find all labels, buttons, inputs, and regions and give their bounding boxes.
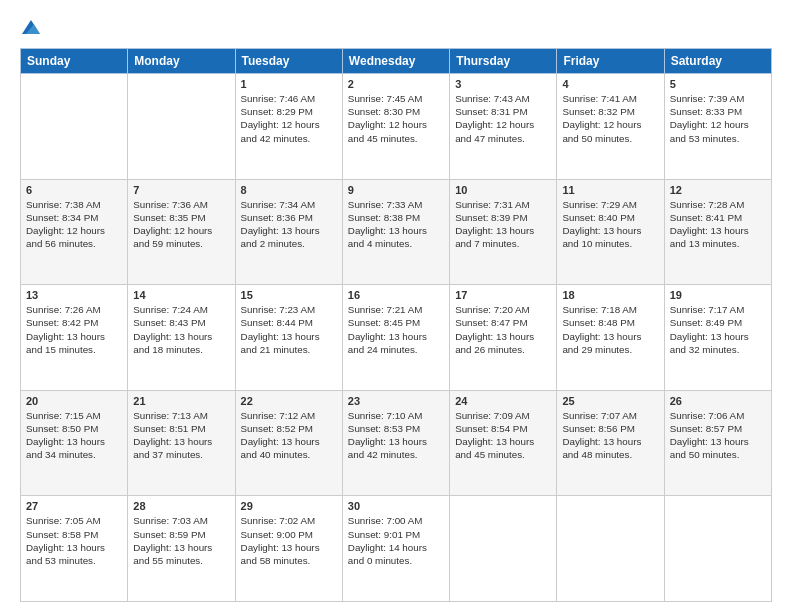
day-info: Sunrise: 7:03 AM Sunset: 8:59 PM Dayligh…	[133, 514, 229, 567]
header	[20, 16, 772, 38]
day-header-wednesday: Wednesday	[342, 49, 449, 74]
day-info: Sunrise: 7:34 AM Sunset: 8:36 PM Dayligh…	[241, 198, 337, 251]
day-number: 27	[26, 500, 122, 512]
calendar-cell	[21, 74, 128, 180]
day-info: Sunrise: 7:36 AM Sunset: 8:35 PM Dayligh…	[133, 198, 229, 251]
day-info: Sunrise: 7:41 AM Sunset: 8:32 PM Dayligh…	[562, 92, 658, 145]
calendar: SundayMondayTuesdayWednesdayThursdayFrid…	[20, 48, 772, 602]
day-info: Sunrise: 7:09 AM Sunset: 8:54 PM Dayligh…	[455, 409, 551, 462]
day-number: 24	[455, 395, 551, 407]
calendar-cell: 19Sunrise: 7:17 AM Sunset: 8:49 PM Dayli…	[664, 285, 771, 391]
day-info: Sunrise: 7:21 AM Sunset: 8:45 PM Dayligh…	[348, 303, 444, 356]
day-number: 28	[133, 500, 229, 512]
day-number: 15	[241, 289, 337, 301]
day-number: 9	[348, 184, 444, 196]
day-info: Sunrise: 7:20 AM Sunset: 8:47 PM Dayligh…	[455, 303, 551, 356]
calendar-cell: 25Sunrise: 7:07 AM Sunset: 8:56 PM Dayli…	[557, 390, 664, 496]
calendar-cell: 17Sunrise: 7:20 AM Sunset: 8:47 PM Dayli…	[450, 285, 557, 391]
days-of-week-row: SundayMondayTuesdayWednesdayThursdayFrid…	[21, 49, 772, 74]
day-header-tuesday: Tuesday	[235, 49, 342, 74]
day-info: Sunrise: 7:39 AM Sunset: 8:33 PM Dayligh…	[670, 92, 766, 145]
calendar-cell	[128, 74, 235, 180]
day-info: Sunrise: 7:00 AM Sunset: 9:01 PM Dayligh…	[348, 514, 444, 567]
calendar-cell: 7Sunrise: 7:36 AM Sunset: 8:35 PM Daylig…	[128, 179, 235, 285]
week-row-3: 13Sunrise: 7:26 AM Sunset: 8:42 PM Dayli…	[21, 285, 772, 391]
calendar-cell: 22Sunrise: 7:12 AM Sunset: 8:52 PM Dayli…	[235, 390, 342, 496]
day-number: 11	[562, 184, 658, 196]
day-number: 19	[670, 289, 766, 301]
day-info: Sunrise: 7:17 AM Sunset: 8:49 PM Dayligh…	[670, 303, 766, 356]
day-info: Sunrise: 7:13 AM Sunset: 8:51 PM Dayligh…	[133, 409, 229, 462]
calendar-cell: 16Sunrise: 7:21 AM Sunset: 8:45 PM Dayli…	[342, 285, 449, 391]
calendar-cell: 18Sunrise: 7:18 AM Sunset: 8:48 PM Dayli…	[557, 285, 664, 391]
day-number: 4	[562, 78, 658, 90]
day-info: Sunrise: 7:38 AM Sunset: 8:34 PM Dayligh…	[26, 198, 122, 251]
day-info: Sunrise: 7:43 AM Sunset: 8:31 PM Dayligh…	[455, 92, 551, 145]
day-number: 14	[133, 289, 229, 301]
calendar-cell	[450, 496, 557, 602]
day-info: Sunrise: 7:18 AM Sunset: 8:48 PM Dayligh…	[562, 303, 658, 356]
calendar-cell: 28Sunrise: 7:03 AM Sunset: 8:59 PM Dayli…	[128, 496, 235, 602]
week-row-4: 20Sunrise: 7:15 AM Sunset: 8:50 PM Dayli…	[21, 390, 772, 496]
day-number: 7	[133, 184, 229, 196]
day-number: 13	[26, 289, 122, 301]
day-info: Sunrise: 7:02 AM Sunset: 9:00 PM Dayligh…	[241, 514, 337, 567]
day-info: Sunrise: 7:06 AM Sunset: 8:57 PM Dayligh…	[670, 409, 766, 462]
day-info: Sunrise: 7:46 AM Sunset: 8:29 PM Dayligh…	[241, 92, 337, 145]
day-number: 10	[455, 184, 551, 196]
week-row-2: 6Sunrise: 7:38 AM Sunset: 8:34 PM Daylig…	[21, 179, 772, 285]
day-info: Sunrise: 7:15 AM Sunset: 8:50 PM Dayligh…	[26, 409, 122, 462]
day-number: 29	[241, 500, 337, 512]
calendar-cell: 13Sunrise: 7:26 AM Sunset: 8:42 PM Dayli…	[21, 285, 128, 391]
calendar-cell: 3Sunrise: 7:43 AM Sunset: 8:31 PM Daylig…	[450, 74, 557, 180]
day-info: Sunrise: 7:24 AM Sunset: 8:43 PM Dayligh…	[133, 303, 229, 356]
logo-icon	[20, 16, 42, 38]
day-number: 20	[26, 395, 122, 407]
day-number: 1	[241, 78, 337, 90]
day-number: 6	[26, 184, 122, 196]
day-number: 18	[562, 289, 658, 301]
calendar-cell: 6Sunrise: 7:38 AM Sunset: 8:34 PM Daylig…	[21, 179, 128, 285]
day-number: 22	[241, 395, 337, 407]
calendar-cell	[664, 496, 771, 602]
day-number: 12	[670, 184, 766, 196]
calendar-cell: 30Sunrise: 7:00 AM Sunset: 9:01 PM Dayli…	[342, 496, 449, 602]
calendar-cell: 9Sunrise: 7:33 AM Sunset: 8:38 PM Daylig…	[342, 179, 449, 285]
day-number: 5	[670, 78, 766, 90]
day-number: 26	[670, 395, 766, 407]
calendar-header: SundayMondayTuesdayWednesdayThursdayFrid…	[21, 49, 772, 74]
calendar-body: 1Sunrise: 7:46 AM Sunset: 8:29 PM Daylig…	[21, 74, 772, 602]
day-number: 8	[241, 184, 337, 196]
day-number: 2	[348, 78, 444, 90]
day-info: Sunrise: 7:05 AM Sunset: 8:58 PM Dayligh…	[26, 514, 122, 567]
day-number: 21	[133, 395, 229, 407]
day-info: Sunrise: 7:23 AM Sunset: 8:44 PM Dayligh…	[241, 303, 337, 356]
calendar-cell: 12Sunrise: 7:28 AM Sunset: 8:41 PM Dayli…	[664, 179, 771, 285]
calendar-cell: 24Sunrise: 7:09 AM Sunset: 8:54 PM Dayli…	[450, 390, 557, 496]
calendar-cell: 29Sunrise: 7:02 AM Sunset: 9:00 PM Dayli…	[235, 496, 342, 602]
calendar-cell: 27Sunrise: 7:05 AM Sunset: 8:58 PM Dayli…	[21, 496, 128, 602]
calendar-cell: 5Sunrise: 7:39 AM Sunset: 8:33 PM Daylig…	[664, 74, 771, 180]
day-header-thursday: Thursday	[450, 49, 557, 74]
day-header-friday: Friday	[557, 49, 664, 74]
logo	[20, 16, 46, 38]
day-header-saturday: Saturday	[664, 49, 771, 74]
calendar-cell	[557, 496, 664, 602]
day-info: Sunrise: 7:31 AM Sunset: 8:39 PM Dayligh…	[455, 198, 551, 251]
calendar-cell: 4Sunrise: 7:41 AM Sunset: 8:32 PM Daylig…	[557, 74, 664, 180]
calendar-cell: 8Sunrise: 7:34 AM Sunset: 8:36 PM Daylig…	[235, 179, 342, 285]
day-number: 3	[455, 78, 551, 90]
day-info: Sunrise: 7:33 AM Sunset: 8:38 PM Dayligh…	[348, 198, 444, 251]
calendar-cell: 14Sunrise: 7:24 AM Sunset: 8:43 PM Dayli…	[128, 285, 235, 391]
day-info: Sunrise: 7:29 AM Sunset: 8:40 PM Dayligh…	[562, 198, 658, 251]
day-info: Sunrise: 7:45 AM Sunset: 8:30 PM Dayligh…	[348, 92, 444, 145]
day-number: 17	[455, 289, 551, 301]
calendar-cell: 23Sunrise: 7:10 AM Sunset: 8:53 PM Dayli…	[342, 390, 449, 496]
calendar-cell: 21Sunrise: 7:13 AM Sunset: 8:51 PM Dayli…	[128, 390, 235, 496]
day-info: Sunrise: 7:10 AM Sunset: 8:53 PM Dayligh…	[348, 409, 444, 462]
week-row-1: 1Sunrise: 7:46 AM Sunset: 8:29 PM Daylig…	[21, 74, 772, 180]
calendar-cell: 2Sunrise: 7:45 AM Sunset: 8:30 PM Daylig…	[342, 74, 449, 180]
day-info: Sunrise: 7:07 AM Sunset: 8:56 PM Dayligh…	[562, 409, 658, 462]
day-info: Sunrise: 7:26 AM Sunset: 8:42 PM Dayligh…	[26, 303, 122, 356]
calendar-cell: 10Sunrise: 7:31 AM Sunset: 8:39 PM Dayli…	[450, 179, 557, 285]
